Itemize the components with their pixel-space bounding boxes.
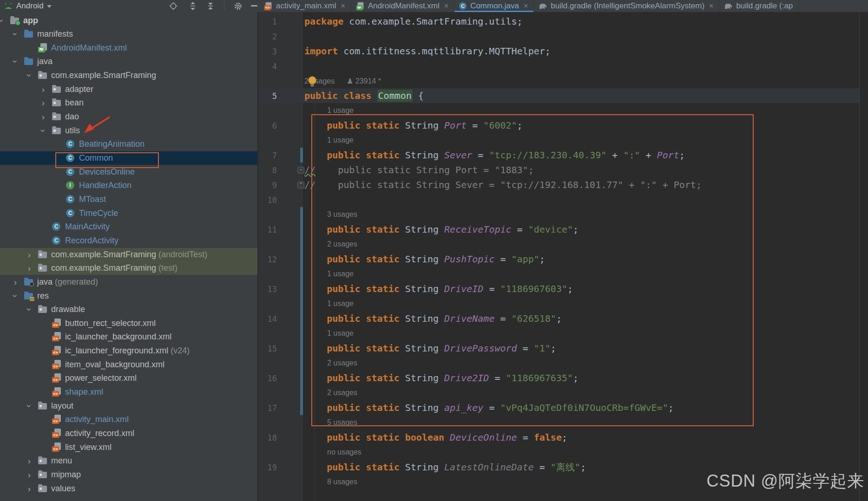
tree-item-activity-record-xml[interactable]: <>activity_record.xml: [0, 427, 257, 440]
code-line-18[interactable]: public static boolean DeviceOnline = fal…: [304, 430, 567, 445]
fold-start-icon[interactable]: −: [297, 167, 304, 174]
usages-inlay-hint[interactable]: 1 usage: [327, 106, 354, 115]
code-line-19[interactable]: public static String LatestOnlineDate = …: [304, 460, 586, 475]
usages-inlay-hint[interactable]: 2 usages: [327, 240, 357, 248]
chevron-collapsed-icon[interactable]: ›: [40, 85, 46, 94]
chevron-collapsed-icon[interactable]: ›: [26, 250, 33, 259]
chevron-expanded-icon[interactable]: ›: [25, 72, 34, 79]
expand-all-icon[interactable]: [188, 1, 198, 11]
tree-item-mainactivity[interactable]: CMainActivity: [0, 220, 257, 234]
tree-item-timecycle[interactable]: CTimeCycle: [0, 207, 257, 220]
usages-inlay-hint[interactable]: 8 usages: [327, 478, 357, 486]
tab-activity-main-xml[interactable]: <>activity_main.xml×: [259, 0, 351, 12]
intention-bulb-icon[interactable]: [307, 76, 317, 87]
chevron-expanded-icon[interactable]: ›: [39, 128, 48, 134]
tree-item-activity-main-xml[interactable]: <>activity_main.xml: [0, 413, 257, 426]
usages-inlay-hint[interactable]: 3 usages: [327, 210, 357, 219]
code-line-9[interactable]: // public static String Sever = "tcp://1…: [304, 177, 702, 192]
tree-item-java[interactable]: ›java (generated): [0, 275, 257, 289]
tree-item-app[interactable]: ›app: [0, 14, 257, 27]
tab-common-java[interactable]: CCommon.java×: [454, 0, 534, 12]
target-icon[interactable]: [168, 1, 178, 11]
tree-item-bean[interactable]: ›bean: [0, 96, 257, 110]
code-line-7[interactable]: public static String Sever = "tcp://183.…: [304, 148, 685, 163]
chevron-collapsed-icon[interactable]: ›: [26, 484, 33, 493]
tree-item-res[interactable]: ›res: [0, 289, 257, 303]
tab-build-gradle-ap[interactable]: build.gradle (:ap: [719, 0, 799, 12]
tree-item-com-example-smartframing[interactable]: ›com.example.SmartFraming: [0, 69, 257, 82]
tree-item-power-selector-xml[interactable]: <>power_selector.xml: [0, 371, 257, 385]
code-line-5[interactable]: public class Common {: [304, 88, 424, 103]
fold-end-icon[interactable]: ^: [297, 182, 304, 189]
tree-item-item-oval-background-xml[interactable]: <>item_oval_background.xml: [0, 358, 257, 371]
tree-item-dao[interactable]: ›dao: [0, 110, 257, 124]
chevron-collapsed-icon[interactable]: ›: [40, 98, 46, 107]
tree-item-utils[interactable]: ›utils: [0, 124, 257, 137]
tree-item-beatinganimation[interactable]: CBeatingAnimation: [0, 137, 257, 151]
chevron-expanded-icon[interactable]: ›: [25, 306, 34, 313]
tree-item-androidmanifest-xml[interactable]: MFAndroidManifest.xml: [0, 41, 257, 55]
chevron-expanded-icon[interactable]: ›: [11, 59, 20, 65]
usages-inlay-hint[interactable]: 5 usages: [327, 418, 357, 427]
code-line-12[interactable]: public static String PushTopic = "app";: [304, 252, 545, 267]
editor-scrollbar-track[interactable]: [859, 12, 860, 501]
tree-item-devicelsonline[interactable]: CDevicelsOnline: [0, 165, 257, 179]
tree-item-layout[interactable]: ›layout: [0, 399, 257, 413]
chevron-expanded-icon[interactable]: ›: [11, 31, 20, 38]
code-line-11[interactable]: public static String ReceiveTopic = "dev…: [304, 222, 579, 237]
usages-inlay-hint[interactable]: 1 usage: [327, 270, 354, 278]
usages-inlay-hint[interactable]: 1 usage: [327, 136, 354, 144]
usages-inlay-hint[interactable]: 1 usage: [327, 329, 354, 338]
code-line-15[interactable]: public static String DrivePassword = "1"…: [304, 341, 556, 356]
tree-item-manifests[interactable]: ›manifests: [0, 27, 257, 41]
code-line-6[interactable]: public static String Port = "6002";: [304, 118, 523, 133]
chevron-expanded-icon[interactable]: ›: [25, 403, 34, 410]
tree-item-button-rect-selector-xml[interactable]: <>button_rect_selector.xml: [0, 317, 257, 330]
code-editor[interactable]: 1package com.example.SmartFraming.utils;…: [258, 12, 868, 501]
tree-item-mtoast[interactable]: CMToast: [0, 193, 257, 206]
code-line-16[interactable]: public static String Drive2ID = "1186967…: [304, 371, 579, 385]
tree-item-drawable[interactable]: ›drawable: [0, 303, 257, 316]
project-tree-panel[interactable]: ›app›manifestsMFAndroidManifest.xml›java…: [0, 12, 257, 501]
tree-item-java[interactable]: ›java: [0, 55, 257, 68]
tab-build-gradle-intelligentsmokealarmsystem-[interactable]: build.gradle (IntelligentSmokeAlarmSyste…: [534, 0, 719, 12]
tree-item-ic-launcher-background-xml[interactable]: <>ic_launcher_background.xml: [0, 330, 257, 344]
code-line-3[interactable]: import com.itfitness.mqttlibrary.MQTTHel…: [304, 44, 551, 59]
tree-item-recordactivity[interactable]: CRecordActivity: [0, 234, 257, 247]
tree-item-shape-xml[interactable]: <>shape.xml: [0, 385, 257, 399]
settings-gear-icon[interactable]: [233, 1, 243, 11]
close-tab-icon[interactable]: ×: [709, 2, 713, 10]
code-line-8[interactable]: // public static String Port = "1883";: [304, 163, 534, 177]
code-line-13[interactable]: public static String DriveID = "11869676…: [304, 281, 573, 296]
tree-item-mipmap[interactable]: ›mipmap: [0, 468, 257, 481]
code-line-17[interactable]: public static String api_key = "vPq4JaQT…: [304, 400, 674, 415]
tab-androidmanifest-xml[interactable]: MFAndroidManifest.xml×: [351, 0, 454, 12]
close-tab-icon[interactable]: ×: [524, 2, 528, 10]
tree-item-ic-launcher-foreground-xml[interactable]: <>ic_launcher_foreground.xml (v24): [0, 344, 257, 358]
project-view-selector[interactable]: Android: [4, 1, 52, 11]
chevron-expanded-icon[interactable]: ›: [11, 293, 20, 299]
author-inlay-hint[interactable]: ♟ 23914: [347, 77, 378, 85]
chevron-collapsed-icon[interactable]: ›: [40, 112, 46, 121]
close-tab-icon[interactable]: ×: [444, 2, 448, 10]
tree-item-handleraction[interactable]: IHandlerAction: [0, 179, 257, 192]
tree-item-com-example-smartframing[interactable]: ›com.example.SmartFraming (androidTest): [0, 248, 257, 261]
usages-inlay-hint[interactable]: 2 usages: [327, 389, 357, 397]
hide-panel-icon[interactable]: [249, 1, 259, 11]
usages-inlay-hint[interactable]: no usages: [327, 448, 362, 456]
tree-item-values[interactable]: ›values: [0, 482, 257, 495]
collapse-all-icon[interactable]: [205, 1, 216, 11]
close-tab-icon[interactable]: ×: [341, 2, 345, 10]
usages-inlay-hint[interactable]: 1 usage: [327, 299, 354, 308]
code-line-1[interactable]: package com.example.SmartFraming.utils;: [304, 14, 523, 29]
usages-inlay-hint[interactable]: 2 usages: [327, 359, 357, 367]
code-line-14[interactable]: public static String DriveName = "626518…: [304, 311, 562, 326]
chevron-collapsed-icon[interactable]: ›: [26, 264, 33, 273]
chevron-collapsed-icon[interactable]: ›: [12, 278, 19, 286]
tree-item-com-example-smartframing[interactable]: ›com.example.SmartFraming (test): [0, 261, 257, 275]
tree-item-list-view-xml[interactable]: <>list_view.xml: [0, 441, 257, 454]
chevron-expanded-icon[interactable]: ›: [0, 18, 6, 24]
chevron-collapsed-icon[interactable]: ›: [26, 470, 33, 479]
tree-item-menu[interactable]: ›menu: [0, 454, 257, 468]
tree-item-adapter[interactable]: ›adapter: [0, 83, 257, 96]
